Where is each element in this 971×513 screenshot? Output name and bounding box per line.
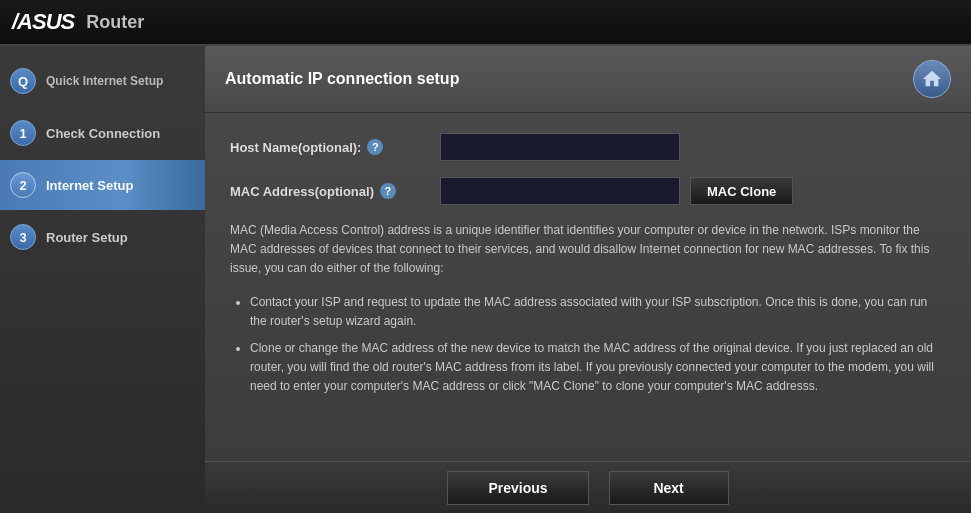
mac-address-input[interactable] xyxy=(440,177,680,205)
mac-address-row: MAC Address(optional) ? MAC Clone xyxy=(230,177,946,205)
app-header: /ASUS Router xyxy=(0,0,971,46)
sidebar-item-router-setup[interactable]: 3 Router Setup xyxy=(0,212,205,262)
mac-address-label: MAC Address(optional) ? xyxy=(230,183,440,199)
content-header: Automatic IP connection setup xyxy=(205,46,971,113)
host-name-row: Host Name(optional): ? xyxy=(230,133,946,161)
sidebar-item-label-quick: Quick Internet Setup xyxy=(46,74,163,88)
bottom-navigation: Previous Next xyxy=(205,461,971,513)
host-name-input[interactable] xyxy=(440,133,680,161)
host-name-label: Host Name(optional): ? xyxy=(230,139,440,155)
content-title: Automatic IP connection setup xyxy=(225,70,459,88)
step-circle-1: Q xyxy=(10,68,36,94)
mac-address-help-icon[interactable]: ? xyxy=(380,183,396,199)
mac-clone-button[interactable]: MAC Clone xyxy=(690,177,793,205)
content-area: Automatic IP connection setup Host Name(… xyxy=(205,46,971,513)
sidebar-item-label-check: Check Connection xyxy=(46,126,160,141)
bullet-item-2: Clone or change the MAC address of the n… xyxy=(250,339,946,397)
app-title: Router xyxy=(86,12,144,33)
step-circle-check: 1 xyxy=(10,120,36,146)
mac-info-paragraph: MAC (Media Access Control) address is a … xyxy=(230,221,946,279)
mac-bullet-list: Contact your ISP and request to update t… xyxy=(230,293,946,397)
home-icon xyxy=(921,68,943,90)
step-circle-internet: 2 xyxy=(10,172,36,198)
sidebar-item-check-connection[interactable]: 1 Check Connection xyxy=(0,108,205,158)
previous-button[interactable]: Previous xyxy=(447,471,588,505)
bullet-item-1: Contact your ISP and request to update t… xyxy=(250,293,946,331)
content-body: Host Name(optional): ? MAC Address(optio… xyxy=(205,113,971,425)
sidebar-item-internet-setup[interactable]: 2 Internet Setup xyxy=(0,160,205,210)
sidebar: Q Quick Internet Setup 1 Check Connectio… xyxy=(0,46,205,513)
sidebar-item-quick-internet-setup[interactable]: Q Quick Internet Setup xyxy=(0,56,205,106)
host-name-help-icon[interactable]: ? xyxy=(367,139,383,155)
main-layout: Q Quick Internet Setup 1 Check Connectio… xyxy=(0,46,971,513)
asus-logo: /ASUS xyxy=(12,9,74,35)
sidebar-item-label-internet: Internet Setup xyxy=(46,178,133,193)
sidebar-item-label-router: Router Setup xyxy=(46,230,128,245)
next-button[interactable]: Next xyxy=(609,471,729,505)
home-button[interactable] xyxy=(913,60,951,98)
step-circle-router: 3 xyxy=(10,224,36,250)
